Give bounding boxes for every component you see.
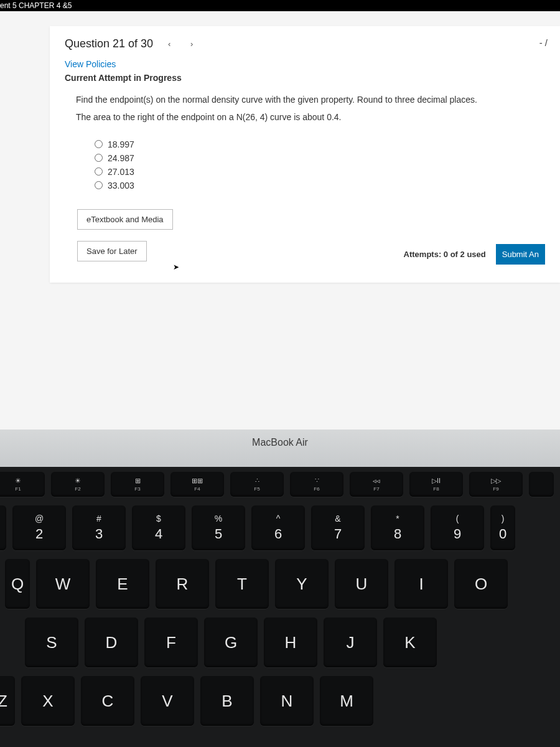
- radio-icon: [95, 167, 103, 176]
- key-h[interactable]: H: [264, 618, 317, 667]
- key-k[interactable]: K: [383, 618, 437, 667]
- f4-key[interactable]: ⊞⊞F4: [170, 472, 224, 497]
- option-3[interactable]: 27.013: [95, 167, 545, 177]
- laptop-keyboard: MacBook Air ☀F1 ☀F2 ⊞F3 ⊞⊞F4 ∴F5 ∵F6 ◃◃F…: [0, 430, 560, 747]
- key-0[interactable]: )0: [490, 505, 515, 550]
- option-label: 18.997: [108, 139, 134, 149]
- key-e[interactable]: E: [96, 559, 149, 609]
- key-t[interactable]: T: [215, 559, 269, 609]
- key-1[interactable]: [0, 505, 6, 550]
- option-label: 33.003: [108, 181, 134, 190]
- etextbook-button[interactable]: eTextbook and Media: [77, 209, 173, 230]
- next-question-button[interactable]: ›: [185, 38, 198, 50]
- key-o[interactable]: O: [454, 559, 508, 609]
- key-s[interactable]: S: [25, 618, 78, 667]
- f7-key[interactable]: ◃◃F7: [350, 472, 403, 497]
- key-4[interactable]: $4: [132, 505, 185, 550]
- f3-key[interactable]: ⊞F3: [111, 472, 164, 497]
- submit-answer-button[interactable]: Submit An: [496, 244, 545, 265]
- question-card: Question 21 of 30 ‹ › - / View Policies …: [50, 26, 560, 283]
- key-i[interactable]: I: [394, 559, 448, 609]
- key-6[interactable]: ^6: [251, 505, 305, 550]
- key-c[interactable]: C: [81, 676, 134, 726]
- prev-question-button[interactable]: ‹: [163, 38, 175, 50]
- option-1[interactable]: 18.997: [95, 139, 545, 149]
- f5-key[interactable]: ∴F5: [230, 472, 284, 497]
- key-j[interactable]: J: [324, 618, 377, 667]
- key-9[interactable]: (9: [431, 505, 484, 550]
- cursor-icon: ➤: [173, 263, 179, 271]
- key-5[interactable]: %5: [192, 505, 245, 550]
- question-number: Question 21 of 30: [65, 37, 153, 50]
- key-y[interactable]: Y: [275, 559, 329, 609]
- radio-icon: [95, 154, 103, 162]
- option-label: 24.987: [108, 153, 134, 163]
- qwerty-row: Q W E R T Y U I O: [5, 559, 560, 609]
- key-m[interactable]: M: [320, 676, 373, 726]
- function-key-row: ☀F1 ☀F2 ⊞F3 ⊞⊞F4 ∴F5 ∵F6 ◃◃F7 ▷IIF8 ▷▷F9: [0, 472, 560, 497]
- f8-key[interactable]: ▷IIF8: [409, 472, 463, 497]
- key-x[interactable]: X: [21, 676, 75, 726]
- key-w[interactable]: W: [36, 559, 90, 609]
- option-2[interactable]: 24.987: [95, 153, 545, 163]
- attempts-text: Attempts: 0 of 2 used: [404, 250, 486, 259]
- key-z[interactable]: Z: [0, 676, 15, 726]
- key-u[interactable]: U: [335, 559, 388, 609]
- key-8[interactable]: *8: [371, 505, 424, 550]
- question-prompt-1: Find the endpoint(s) on the normal densi…: [76, 93, 545, 106]
- key-n[interactable]: N: [260, 676, 314, 726]
- f9-key[interactable]: ▷▷F9: [469, 472, 523, 497]
- key-r[interactable]: R: [156, 559, 209, 609]
- radio-icon: [95, 181, 103, 189]
- page-header: ent 5 CHAPTER 4 &5: [0, 0, 560, 11]
- f10-key[interactable]: [529, 472, 554, 497]
- save-for-later-button[interactable]: Save for Later: [77, 241, 147, 261]
- radio-icon: [95, 140, 103, 148]
- key-f[interactable]: F: [144, 618, 198, 667]
- option-label: 27.013: [108, 167, 134, 177]
- laptop-brand: MacBook Air: [0, 430, 560, 467]
- asdf-row: S D F G H J K: [25, 618, 560, 667]
- zxcv-row: Z X C V B N M: [0, 676, 560, 726]
- view-policies-link[interactable]: View Policies: [65, 59, 545, 69]
- key-g[interactable]: G: [204, 618, 258, 667]
- bottom-actions: Save for Later Attempts: 0 of 2 used Sub…: [77, 241, 545, 268]
- answer-options: 18.997 24.987 27.013 33.003: [95, 139, 545, 190]
- question-prompt-2: The area to the right of the endpoint on…: [76, 110, 545, 124]
- key-b[interactable]: B: [200, 676, 254, 726]
- f2-key[interactable]: ☀F2: [51, 472, 105, 497]
- key-v[interactable]: V: [141, 676, 194, 726]
- f6-key[interactable]: ∵F6: [290, 472, 343, 497]
- attempt-status: Current Attempt in Progress: [65, 73, 545, 83]
- key-q[interactable]: Q: [5, 559, 30, 609]
- key-2[interactable]: @2: [12, 505, 66, 550]
- score-display: - /: [539, 37, 548, 48]
- f1-key[interactable]: ☀F1: [0, 472, 45, 497]
- key-7[interactable]: &7: [311, 505, 365, 550]
- key-d[interactable]: D: [85, 618, 138, 667]
- header-title: ent 5 CHAPTER 4 &5: [0, 1, 72, 10]
- number-key-row: @2 #3 $4 %5 ^6 &7 *8 (9 )0: [0, 505, 560, 550]
- key-3[interactable]: #3: [72, 505, 126, 550]
- question-header: Question 21 of 30 ‹ ›: [65, 37, 545, 50]
- option-4[interactable]: 33.003: [95, 181, 545, 190]
